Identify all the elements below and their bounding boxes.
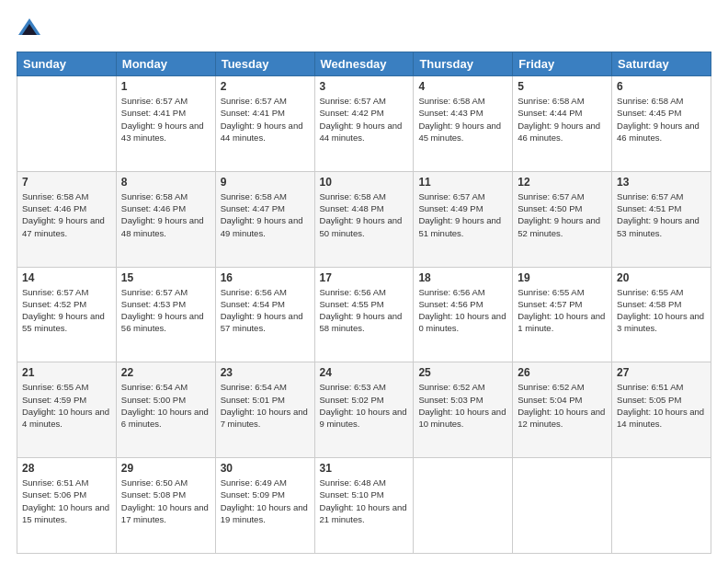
day-info: Sunrise: 6:57 AMSunset: 4:42 PMDaylight:… [320,95,409,144]
day-number: 31 [320,462,409,475]
calendar-cell: 29Sunrise: 6:50 AMSunset: 5:08 PMDayligh… [116,458,215,554]
day-number: 9 [221,176,310,189]
day-number: 16 [221,271,310,284]
calendar-cell: 12Sunrise: 6:57 AMSunset: 4:50 PMDayligh… [513,171,612,267]
calendar-cell: 26Sunrise: 6:52 AMSunset: 5:04 PMDayligh… [513,362,612,458]
day-info: Sunrise: 6:48 AMSunset: 5:10 PMDaylight:… [320,477,409,525]
day-number: 18 [418,271,507,284]
calendar-cell: 25Sunrise: 6:52 AMSunset: 5:03 PMDayligh… [414,362,513,458]
day-info: Sunrise: 6:55 AMSunset: 4:57 PMDaylight:… [518,286,607,335]
calendar-cell: 18Sunrise: 6:56 AMSunset: 4:56 PMDayligh… [414,267,513,362]
day-number: 22 [121,366,210,379]
day-number: 8 [121,176,210,189]
day-info: Sunrise: 6:55 AMSunset: 4:58 PMDaylight:… [617,286,706,335]
day-number: 25 [418,366,507,379]
calendar-cell: 13Sunrise: 6:57 AMSunset: 4:51 PMDayligh… [612,171,711,267]
day-number: 13 [617,176,706,189]
day-info: Sunrise: 6:58 AMSunset: 4:44 PMDaylight:… [518,95,607,144]
day-number: 5 [518,80,607,93]
day-info: Sunrise: 6:57 AMSunset: 4:52 PMDaylight:… [22,286,111,335]
calendar-cell [513,458,612,554]
day-header-thursday: Thursday [414,52,513,76]
day-number: 15 [121,271,210,284]
calendar-cell [414,458,513,554]
calendar-cell: 20Sunrise: 6:55 AMSunset: 4:58 PMDayligh… [612,267,711,362]
day-info: Sunrise: 6:51 AMSunset: 5:06 PMDaylight:… [22,477,111,525]
calendar-cell: 14Sunrise: 6:57 AMSunset: 4:52 PMDayligh… [17,267,117,362]
calendar-cell: 5Sunrise: 6:58 AMSunset: 4:44 PMDaylight… [513,76,612,172]
calendar-cell: 15Sunrise: 6:57 AMSunset: 4:53 PMDayligh… [116,267,215,362]
day-header-sunday: Sunday [17,52,117,76]
calendar-header-row: SundayMondayTuesdayWednesdayThursdayFrid… [17,52,711,76]
calendar-cell: 31Sunrise: 6:48 AMSunset: 5:10 PMDayligh… [314,458,414,554]
logo-icon [17,17,42,42]
day-number: 21 [22,366,111,379]
day-header-saturday: Saturday [612,52,711,76]
calendar-cell: 16Sunrise: 6:56 AMSunset: 4:54 PMDayligh… [215,267,314,362]
day-header-friday: Friday [513,52,612,76]
day-number: 27 [617,366,706,379]
calendar-cell: 28Sunrise: 6:51 AMSunset: 5:06 PMDayligh… [17,458,117,554]
day-number: 11 [418,176,507,189]
day-info: Sunrise: 6:56 AMSunset: 4:54 PMDaylight:… [221,286,310,335]
calendar-cell: 24Sunrise: 6:53 AMSunset: 5:02 PMDayligh… [314,362,414,458]
calendar-cell: 17Sunrise: 6:56 AMSunset: 4:55 PMDayligh… [314,267,414,362]
calendar-cell [17,76,117,172]
day-info: Sunrise: 6:58 AMSunset: 4:46 PMDaylight:… [22,190,111,239]
day-number: 10 [320,176,409,189]
calendar-cell: 4Sunrise: 6:58 AMSunset: 4:43 PMDaylight… [414,76,513,172]
day-info: Sunrise: 6:54 AMSunset: 5:01 PMDaylight:… [221,381,310,430]
day-info: Sunrise: 6:50 AMSunset: 5:08 PMDaylight:… [121,477,210,525]
day-info: Sunrise: 6:56 AMSunset: 4:55 PMDaylight:… [320,286,409,335]
day-number: 4 [418,80,507,93]
calendar: SundayMondayTuesdayWednesdayThursdayFrid… [17,52,711,554]
calendar-cell: 3Sunrise: 6:57 AMSunset: 4:42 PMDaylight… [314,76,414,172]
calendar-cell: 21Sunrise: 6:55 AMSunset: 4:59 PMDayligh… [17,362,117,458]
day-info: Sunrise: 6:55 AMSunset: 4:59 PMDaylight:… [22,381,111,430]
page: SundayMondayTuesdayWednesdayThursdayFrid… [0,0,728,563]
day-number: 20 [617,271,706,284]
day-info: Sunrise: 6:53 AMSunset: 5:02 PMDaylight:… [320,381,409,430]
calendar-cell: 27Sunrise: 6:51 AMSunset: 5:05 PMDayligh… [612,362,711,458]
day-info: Sunrise: 6:57 AMSunset: 4:49 PMDaylight:… [418,190,507,239]
day-number: 24 [320,366,409,379]
day-info: Sunrise: 6:57 AMSunset: 4:41 PMDaylight:… [121,95,210,144]
day-header-tuesday: Tuesday [215,52,314,76]
day-number: 30 [221,462,310,475]
day-number: 29 [121,462,210,475]
day-info: Sunrise: 6:52 AMSunset: 5:04 PMDaylight:… [518,381,607,430]
day-number: 19 [518,271,607,284]
logo [17,17,46,42]
calendar-week-row: 28Sunrise: 6:51 AMSunset: 5:06 PMDayligh… [17,458,711,554]
day-info: Sunrise: 6:58 AMSunset: 4:45 PMDaylight:… [617,95,706,144]
day-number: 28 [22,462,111,475]
day-header-wednesday: Wednesday [314,52,414,76]
day-number: 23 [221,366,310,379]
calendar-week-row: 21Sunrise: 6:55 AMSunset: 4:59 PMDayligh… [17,362,711,458]
header [17,17,711,42]
day-info: Sunrise: 6:54 AMSunset: 5:00 PMDaylight:… [121,381,210,430]
day-info: Sunrise: 6:58 AMSunset: 4:46 PMDaylight:… [121,190,210,239]
calendar-week-row: 14Sunrise: 6:57 AMSunset: 4:52 PMDayligh… [17,267,711,362]
day-info: Sunrise: 6:57 AMSunset: 4:50 PMDaylight:… [518,190,607,239]
day-number: 3 [320,80,409,93]
day-info: Sunrise: 6:57 AMSunset: 4:53 PMDaylight:… [121,286,210,335]
day-number: 2 [221,80,310,93]
calendar-cell: 22Sunrise: 6:54 AMSunset: 5:00 PMDayligh… [116,362,215,458]
day-info: Sunrise: 6:58 AMSunset: 4:43 PMDaylight:… [418,95,507,144]
day-header-monday: Monday [116,52,215,76]
day-info: Sunrise: 6:57 AMSunset: 4:51 PMDaylight:… [617,190,706,239]
calendar-cell: 1Sunrise: 6:57 AMSunset: 4:41 PMDaylight… [116,76,215,172]
calendar-cell: 7Sunrise: 6:58 AMSunset: 4:46 PMDaylight… [17,171,117,267]
day-info: Sunrise: 6:56 AMSunset: 4:56 PMDaylight:… [418,286,507,335]
calendar-cell [612,458,711,554]
calendar-cell: 8Sunrise: 6:58 AMSunset: 4:46 PMDaylight… [116,171,215,267]
day-number: 6 [617,80,706,93]
day-info: Sunrise: 6:51 AMSunset: 5:05 PMDaylight:… [617,381,706,430]
day-info: Sunrise: 6:57 AMSunset: 4:41 PMDaylight:… [221,95,310,144]
calendar-cell: 19Sunrise: 6:55 AMSunset: 4:57 PMDayligh… [513,267,612,362]
day-info: Sunrise: 6:52 AMSunset: 5:03 PMDaylight:… [418,381,507,430]
day-number: 26 [518,366,607,379]
day-number: 17 [320,271,409,284]
calendar-cell: 9Sunrise: 6:58 AMSunset: 4:47 PMDaylight… [215,171,314,267]
